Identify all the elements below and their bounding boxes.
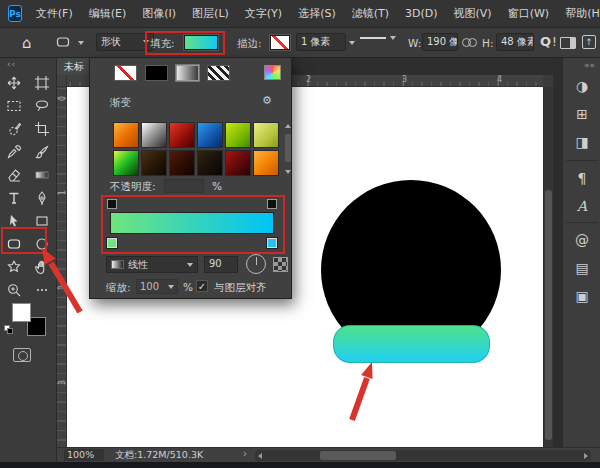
opacity-stop-end[interactable] — [267, 199, 277, 209]
gradient-swatch[interactable] — [113, 122, 139, 148]
eyedropper-tool-icon[interactable] — [0, 140, 28, 163]
stroke-style-dropdown[interactable] — [360, 36, 396, 40]
gradient-angle-field[interactable]: 90 — [204, 256, 238, 273]
horizontal-scrollbar[interactable] — [255, 450, 591, 461]
lasso-tool-icon[interactable] — [28, 94, 56, 117]
properties-panel-icon[interactable]: ▤ — [570, 256, 594, 280]
gradient-swatch[interactable] — [197, 150, 223, 176]
menu-image[interactable]: 图像(I) — [134, 6, 184, 21]
stroke-width-caret-icon[interactable] — [349, 41, 355, 45]
vertical-scrollbar-thumb[interactable] — [545, 190, 552, 440]
hand-tool-icon[interactable] — [28, 255, 56, 278]
swatches-panel-icon[interactable]: ⊞ — [570, 102, 594, 126]
rounded-rectangle-tool-icon[interactable] — [0, 232, 28, 255]
width-field[interactable]: 190 像素 — [422, 33, 458, 51]
gradient-swatch[interactable] — [197, 122, 223, 148]
scroll-down-icon[interactable] — [285, 170, 291, 174]
color-stop-end[interactable] — [267, 238, 277, 248]
menu-edit[interactable]: 编辑(E) — [81, 6, 135, 21]
stroke-width-field[interactable]: 1 像素 — [296, 33, 346, 51]
horizontal-scrollbar-thumb[interactable] — [320, 451, 396, 460]
marquee-tool-icon[interactable] — [0, 94, 28, 117]
brush-tool-icon[interactable] — [28, 140, 56, 163]
vertical-scrollbar[interactable] — [543, 87, 553, 447]
angle-dial-icon[interactable] — [246, 254, 266, 274]
fill-pattern-button[interactable] — [207, 65, 230, 81]
menu-layer[interactable]: 图层(L) — [184, 6, 237, 21]
character-styles-panel-icon[interactable]: A — [570, 194, 594, 218]
opacity-field[interactable] — [164, 179, 204, 193]
eraser-tool-icon[interactable] — [0, 163, 28, 186]
gradient-swatch[interactable] — [141, 122, 167, 148]
gradient-swatch[interactable] — [169, 150, 195, 176]
status-chevron-icon[interactable]: › — [243, 448, 247, 459]
gradient-swatch[interactable] — [253, 150, 279, 176]
paragraph-panel-icon[interactable]: ¶ — [570, 166, 594, 190]
menu-help[interactable]: 帮助(H) — [557, 6, 600, 21]
move-tool-icon[interactable] — [0, 71, 28, 94]
info-panel-icon[interactable]: ▣ — [570, 284, 594, 308]
dither-icon[interactable] — [273, 257, 288, 272]
scroll-right-icon[interactable] — [584, 453, 588, 459]
gradient-type-dropdown[interactable]: 线性 — [106, 256, 198, 273]
workspace-panel-icon[interactable] — [560, 37, 576, 49]
gradient-tool-icon[interactable] — [28, 163, 56, 186]
menu-type[interactable]: 文字(Y) — [237, 6, 290, 21]
fill-none-button[interactable] — [114, 65, 137, 81]
scroll-up-icon[interactable] — [285, 124, 291, 128]
rectangle-tool-icon[interactable] — [28, 209, 56, 232]
color-stop-start[interactable] — [107, 238, 117, 248]
scale-field[interactable]: 100 — [136, 279, 178, 294]
fill-gradient-button[interactable] — [176, 65, 199, 81]
vertical-ruler[interactable] — [57, 87, 67, 447]
quick-selection-tool-icon[interactable] — [0, 117, 28, 140]
gradient-swatch[interactable] — [113, 150, 139, 176]
search-icon[interactable]: Q — [540, 34, 551, 49]
color-panel-icon[interactable]: ◑ — [570, 74, 594, 98]
swatch-scrollbar-thumb[interactable] — [285, 134, 291, 162]
gradients-panel-icon[interactable]: ◨ — [570, 130, 594, 154]
export-icon[interactable]: ↑ — [582, 35, 596, 49]
libraries-panel-icon[interactable]: @ — [570, 228, 594, 252]
tool-mode-dropdown[interactable]: 形状 — [96, 33, 154, 51]
frame-tool-icon[interactable] — [28, 71, 56, 94]
zoom-level-field[interactable]: 100% — [64, 449, 104, 461]
stroke-swatch[interactable] — [270, 35, 290, 50]
gradient-rounded-rect-shape[interactable] — [333, 325, 490, 363]
menu-3d[interactable]: 3D(D) — [397, 7, 446, 20]
dock-collapse-icon[interactable]: «« — [584, 60, 595, 70]
pen-tool-icon[interactable] — [28, 186, 56, 209]
type-tool-icon[interactable] — [0, 186, 28, 209]
gradient-swatch[interactable] — [169, 122, 195, 148]
quick-mask-icon[interactable] — [13, 348, 31, 362]
gradient-swatch[interactable] — [141, 150, 167, 176]
ellipse-tool-icon[interactable] — [28, 232, 56, 255]
color-picker-button[interactable] — [264, 65, 281, 80]
crop-tool-icon[interactable] — [28, 117, 56, 140]
menu-file[interactable]: 文件(F) — [28, 6, 81, 21]
menu-select[interactable]: 选择(S) — [290, 6, 344, 21]
fill-swatch[interactable] — [184, 35, 218, 50]
path-select-tool-icon[interactable] — [0, 209, 28, 232]
more-tools-icon[interactable] — [28, 278, 56, 301]
gradient-swatch[interactable] — [253, 122, 279, 148]
opacity-stop-start[interactable] — [107, 199, 117, 209]
tool-preset-caret-icon[interactable] — [78, 41, 84, 45]
align-with-layer-checkbox[interactable]: ✓ — [196, 280, 208, 292]
foreground-color-swatch[interactable] — [12, 303, 31, 322]
custom-shape-tool-icon[interactable] — [0, 255, 28, 278]
tool-preset-icon[interactable] — [55, 34, 71, 50]
link-dimensions-icon[interactable] — [462, 38, 477, 47]
height-field[interactable]: 48 像素 — [496, 33, 534, 51]
gradient-swatch[interactable] — [225, 150, 251, 176]
menu-view[interactable]: 视图(V) — [446, 6, 500, 21]
menu-window[interactable]: 窗口(W) — [500, 6, 557, 21]
toolbar-collapse-icon[interactable]: ‹‹ — [7, 59, 16, 69]
swatch-scrollbar[interactable] — [284, 122, 292, 176]
gear-icon[interactable]: ⚙ — [262, 94, 272, 107]
zoom-tool-icon[interactable] — [0, 278, 28, 301]
default-colors-icon[interactable] — [4, 325, 14, 335]
gradient-swatch[interactable] — [225, 122, 251, 148]
fill-solid-button[interactable] — [145, 65, 168, 81]
gradient-editor-bar[interactable] — [110, 212, 274, 234]
